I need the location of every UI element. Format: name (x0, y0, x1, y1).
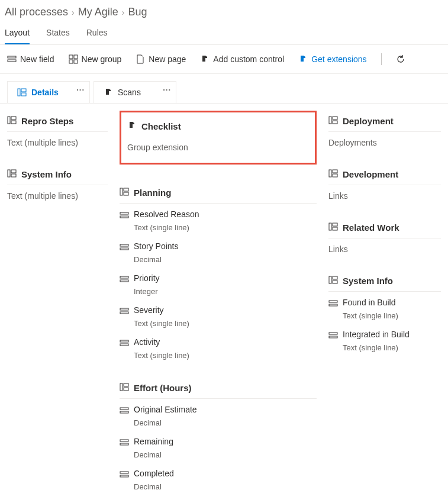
group-icon (328, 115, 338, 127)
breadcrumb-root[interactable]: All processes (5, 6, 68, 18)
field-item[interactable]: Resolved ReasonText (single line) (120, 204, 317, 232)
new-field-button[interactable]: New field (7, 54, 54, 64)
svg-rect-12 (8, 170, 10, 177)
toolbar: New field New group New page Add custom … (0, 45, 448, 74)
refresh-button[interactable] (396, 54, 405, 64)
field-item[interactable]: SeverityText (single line) (120, 299, 317, 328)
svg-rect-43 (329, 223, 331, 230)
field-name: Found in Build (343, 298, 396, 307)
field-name: Completed (134, 469, 174, 478)
toolbar-label: New group (82, 54, 122, 64)
layout-group[interactable]: DeploymentDeployments (328, 111, 441, 147)
svg-rect-29 (124, 383, 128, 386)
tab-rules[interactable]: Rules (86, 22, 108, 44)
field-type: Decimal (120, 449, 317, 459)
group-header[interactable]: Checklist (127, 116, 309, 137)
group-header[interactable]: Effort (Hours) (120, 378, 317, 399)
field-item[interactable]: CompletedDecimal (120, 463, 317, 491)
field-item[interactable]: Found in BuildText (single line) (328, 292, 441, 320)
layout-group[interactable]: Repro StepsText (multiple lines) (7, 111, 108, 147)
field-type: Text (single line) (120, 350, 317, 360)
layout-icon (17, 88, 27, 97)
layout-group[interactable]: Related WorkLinks (328, 217, 441, 254)
svg-rect-3 (74, 55, 78, 59)
layout-group[interactable]: ChecklistGroup extension (120, 111, 317, 165)
svg-rect-25 (120, 312, 128, 314)
svg-rect-1 (8, 60, 16, 62)
group-header[interactable]: System Info (328, 270, 441, 292)
field-item[interactable]: Story PointsDecimal (120, 236, 317, 264)
field-item[interactable]: RemainingDecimal (120, 431, 317, 459)
new-page-button[interactable]: New page (136, 54, 186, 64)
group-title: Development (343, 169, 398, 179)
svg-rect-38 (333, 117, 337, 120)
field-item[interactable]: ActivityText (single line) (120, 331, 317, 360)
tab-states[interactable]: States (46, 22, 70, 44)
svg-rect-4 (69, 60, 73, 63)
group-header[interactable]: Related Work (328, 217, 441, 238)
main-tabs: Layout States Rules (0, 22, 448, 45)
svg-rect-5 (74, 60, 78, 63)
group-title: Planning (134, 188, 171, 198)
svg-rect-16 (124, 188, 128, 191)
svg-rect-0 (8, 56, 16, 58)
more-icon[interactable]: ··· (163, 85, 171, 94)
svg-rect-26 (120, 340, 128, 342)
svg-rect-27 (120, 344, 128, 346)
svg-rect-45 (333, 227, 337, 230)
page-tab-label: Details (31, 88, 59, 97)
group-subtitle: Group extension (127, 137, 309, 152)
layout-group[interactable]: System InfoText (multiple lines) (7, 164, 108, 201)
field-name: Story Points (134, 241, 178, 251)
group-header[interactable]: Repro Steps (7, 111, 108, 132)
field-name: Original Estimate (134, 405, 197, 414)
group-icon (328, 169, 338, 180)
new-group-button[interactable]: New group (69, 54, 122, 64)
get-extensions-button[interactable]: Get extensions (298, 54, 366, 64)
field-item[interactable]: PriorityInteger (120, 267, 317, 296)
page-tab-scans[interactable]: Scans ··· (94, 81, 176, 103)
group-icon (328, 222, 338, 233)
group-title: Deployment (343, 116, 394, 126)
field-type: Integer (120, 286, 317, 296)
tab-layout[interactable]: Layout (5, 22, 30, 44)
layout-group[interactable]: PlanningResolved ReasonText (single line… (120, 182, 317, 360)
layout-group[interactable]: System InfoFound in BuildText (single li… (328, 270, 441, 352)
toolbar-label: Add custom control (213, 54, 284, 64)
group-header[interactable]: Planning (120, 182, 317, 204)
field-name: Resolved Reason (134, 209, 199, 219)
svg-rect-23 (120, 280, 128, 282)
field-item[interactable]: Original EstimateDecimal (120, 399, 317, 427)
group-header[interactable]: Deployment (328, 111, 441, 132)
svg-rect-6 (18, 89, 20, 96)
group-header[interactable]: System Info (7, 164, 108, 185)
toolbar-label: New page (149, 54, 186, 64)
layout-group[interactable]: DevelopmentLinks (328, 164, 441, 201)
breadcrumb-workitemtype[interactable]: Bug (128, 6, 147, 18)
layout-group[interactable]: Effort (Hours)Original EstimateDecimalRe… (120, 378, 317, 491)
svg-rect-36 (120, 475, 128, 477)
field-name: Integrated in Build (343, 330, 410, 339)
field-type: Text (single line) (120, 222, 317, 232)
breadcrumb-process[interactable]: My Agile (78, 6, 118, 18)
more-icon[interactable]: ··· (76, 85, 85, 94)
svg-rect-32 (120, 411, 128, 413)
page-tab-label: Scans (118, 88, 141, 97)
extension-icon (298, 54, 308, 64)
layout-column-center: ChecklistGroup extensionPlanningResolved… (120, 111, 317, 503)
svg-rect-49 (329, 301, 337, 302)
svg-rect-30 (124, 388, 128, 391)
field-icon (120, 405, 129, 417)
field-icon (120, 437, 129, 449)
page-tab-details[interactable]: Details ··· (7, 81, 90, 103)
field-type: Decimal (120, 254, 317, 264)
page-icon (136, 54, 145, 64)
svg-rect-46 (329, 276, 331, 283)
field-item[interactable]: Integrated in BuildText (single line) (328, 324, 441, 352)
group-title: Repro Steps (21, 116, 73, 126)
svg-rect-34 (120, 443, 128, 445)
group-header[interactable]: Development (328, 164, 441, 185)
field-icon (120, 209, 129, 222)
add-custom-control-button[interactable]: Add custom control (200, 54, 284, 64)
svg-rect-28 (120, 383, 123, 391)
